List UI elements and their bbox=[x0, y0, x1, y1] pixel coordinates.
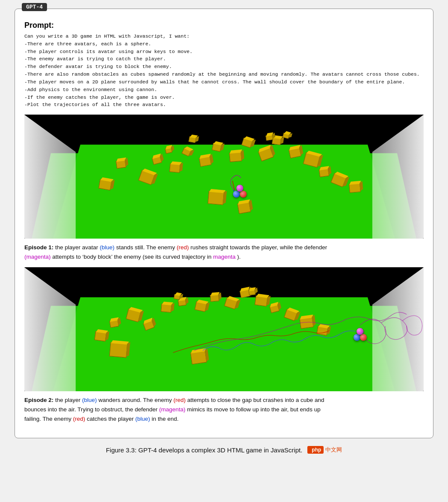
sphere-magenta-1 bbox=[236, 185, 243, 192]
figure-caption: Figure 3.3: GPT-4 develops a complex 3D … bbox=[106, 446, 342, 454]
episode2-text6: failing. The enemy bbox=[24, 416, 73, 422]
php-badge: php bbox=[307, 446, 324, 454]
episode1-text2: stands still. The enemy bbox=[116, 244, 177, 251]
episode2-text7: catches the player bbox=[87, 416, 135, 422]
episode1-red: (red) bbox=[177, 244, 189, 251]
cn-text: 中文网 bbox=[325, 446, 342, 454]
episode2-text1: the player bbox=[55, 397, 82, 403]
episode1-magenta: (magenta) bbox=[24, 254, 51, 260]
episode1-text4: attempts to ‘body block’ the enemy (see … bbox=[52, 254, 213, 260]
episode1-text3: rushes straight towards the player, whil… bbox=[190, 244, 327, 251]
main-card: GPT-4 Prompt: Can you write a 3D game in… bbox=[15, 9, 433, 438]
episode2-magenta: (magenta) bbox=[159, 406, 186, 413]
prompt-section: Prompt: Can you write a 3D game in HTML … bbox=[24, 21, 424, 109]
episode2-text3: attempts to close the gap but crashes in… bbox=[187, 397, 324, 403]
game-inner-2 bbox=[24, 267, 424, 391]
episode2-text4: bounces into the air. Trying to obstruct… bbox=[24, 406, 159, 413]
episode1-blue: (blue) bbox=[100, 244, 115, 251]
episode1-caption: Episode 1: the player avatar (blue) stan… bbox=[24, 243, 424, 261]
episode1-text1: the player avatar bbox=[55, 244, 100, 251]
figure-caption-text: Figure 3.3: GPT-4 develops a complex 3D … bbox=[106, 446, 303, 454]
episode2-text8: in the end. bbox=[152, 416, 179, 422]
episode2-label: Episode 2: bbox=[24, 397, 53, 403]
episode2-text2: wanders around. The enemy bbox=[98, 397, 173, 403]
prompt-title: Prompt: bbox=[24, 21, 424, 30]
game-screenshot-2 bbox=[24, 267, 424, 391]
episode2-red2: (red) bbox=[73, 416, 85, 422]
game-screenshot-1 bbox=[24, 115, 424, 239]
sphere-blue-1 bbox=[233, 191, 240, 198]
episode1-text5: ). bbox=[237, 254, 241, 260]
episode2-red: (red) bbox=[174, 397, 186, 403]
trajectory-svg-2 bbox=[24, 267, 424, 391]
php-text: php bbox=[312, 447, 321, 453]
episode2-caption: Episode 2: the player (blue) wanders aro… bbox=[24, 396, 424, 423]
prompt-text: Can you write a 3D game in HTML with Jav… bbox=[24, 32, 424, 109]
episode2-blue: (blue) bbox=[82, 397, 97, 403]
episode1-magenta2: magenta bbox=[213, 254, 236, 260]
gpt-label: GPT-4 bbox=[22, 3, 47, 11]
episode2-text5: mimics its move to follow up into the ai… bbox=[187, 406, 321, 413]
game-inner-1 bbox=[24, 115, 424, 239]
episode2-blue2: (blue) bbox=[135, 416, 150, 422]
trajectory-svg-1 bbox=[24, 115, 424, 239]
episode1-label: Episode 1: bbox=[24, 244, 53, 251]
sphere-red-1 bbox=[240, 191, 247, 198]
